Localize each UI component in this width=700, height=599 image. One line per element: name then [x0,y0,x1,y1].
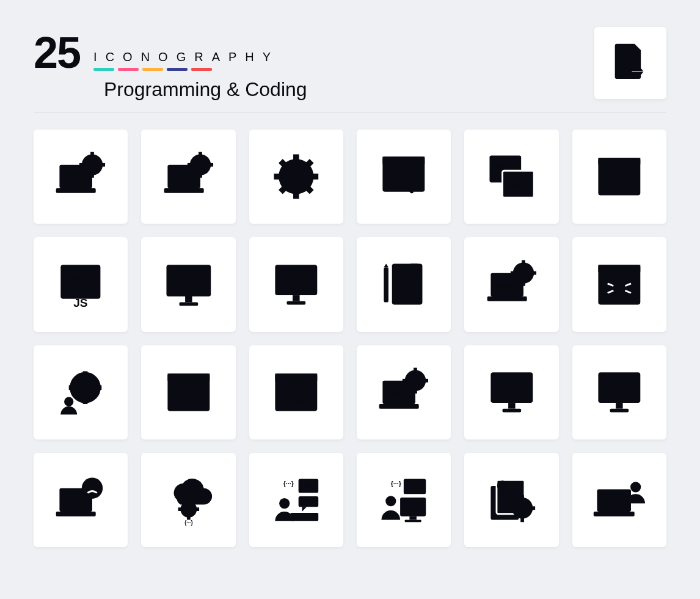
search-browser-icon: { } [357,130,451,224]
svg-text:CODE: CODE [287,284,305,292]
js-browser-icon: </>JS [34,237,128,331]
svg-text:</>: </> [498,483,506,490]
svg-rect-32 [383,157,425,164]
svg-text:HTML: HTML [495,282,513,289]
svg-text:{···}: {···} [193,276,205,284]
icon-grid: C C++ {···} { } </></> </>JS </>{···} </… [34,130,666,547]
developer-gear-icon [34,345,128,439]
svg-rect-96 [97,385,102,390]
developer-laptop-icon: </> [572,453,666,547]
svg-point-92 [82,384,89,391]
header-top: 25 ICONOGRAPHY [34,31,666,75]
svg-text:</>: </> [305,483,312,490]
svg-point-85 [615,273,623,281]
svg-rect-55 [179,302,198,306]
html-laptop-gear-icon: HTML [464,237,558,331]
svg-text:API: API [172,399,184,407]
svg-rect-54 [185,296,192,303]
svg-point-158 [303,501,305,503]
ruby-file-icon: {···} [608,40,652,85]
svg-rect-152 [195,508,199,512]
svg-point-159 [307,501,310,503]
svg-rect-138 [610,409,629,413]
svg-text:C: C [66,171,75,184]
svg-rect-65 [299,275,313,277]
bug-browser-icon [572,237,666,331]
svg-text:CSS: CSS [388,389,404,398]
svg-rect-73 [487,296,527,301]
developer-chat-icon: {···}</> [249,453,343,547]
divider [34,112,666,112]
svg-rect-106 [202,392,206,397]
svg-rect-22 [293,155,299,161]
svg-text:</>: </> [411,484,418,490]
svg-point-76 [519,269,527,277]
svg-point-160 [312,501,314,503]
svg-text:JS: JS [73,296,88,309]
svg-point-148 [186,507,192,513]
svg-rect-121 [414,368,417,373]
svg-text:</>: </> [174,272,183,279]
svg-rect-127 [502,409,521,413]
svg-rect-117 [379,404,419,409]
svg-text:{···}: {···} [283,480,294,487]
svg-text:{···}: {···} [391,480,401,487]
svg-rect-176 [520,496,524,501]
svg-rect-46 [619,170,637,173]
svg-rect-162 [290,513,318,521]
svg-rect-122 [414,389,417,394]
svg-rect-80 [531,271,536,275]
cloud-gear-icon: {···} [141,453,235,547]
svg-text:{···}: {···} [624,57,632,63]
svg-rect-181 [594,512,635,516]
svg-rect-166 [400,498,426,516]
bar-3 [142,68,163,71]
svg-rect-11 [101,163,106,167]
svg-rect-133 [512,397,516,401]
svg-rect-134 [503,388,507,392]
svg-rect-78 [522,281,525,286]
svg-rect-124 [424,379,429,383]
svg-point-169 [386,496,396,507]
svg-rect-178 [509,507,514,510]
svg-rect-82 [598,265,640,271]
svg-point-102 [192,392,197,397]
api-browser-icon: API [141,345,235,439]
svg-rect-151 [178,508,181,512]
svg-text:{···}: {···} [184,520,194,526]
svg-text:{···}: {···} [614,394,624,400]
svg-rect-44 [598,158,640,165]
bar-4 [167,68,188,71]
svg-rect-8 [90,152,94,157]
svg-rect-64 [299,271,313,273]
svg-rect-48 [602,186,636,189]
svg-rect-103 [192,384,197,388]
svg-point-161 [279,498,290,509]
svg-text:{···}: {···} [501,378,511,384]
svg-rect-9 [90,173,94,178]
svg-rect-142 [56,512,96,516]
count-number: 25 [34,31,80,75]
svg-text:404: 404 [289,397,304,407]
code-monitor-icon: </>CODE [249,237,343,331]
svg-point-144 [82,478,103,499]
svg-rect-123 [403,379,407,383]
developer-screen-icon: {···}</> [357,453,451,547]
svg-rect-25 [312,174,318,180]
svg-rect-60 [293,295,299,301]
svg-rect-111 [282,388,287,392]
diamond-monitor-icon: {···} [572,345,666,439]
svg-rect-126 [508,403,515,409]
svg-text:</>: </> [495,163,505,170]
svg-rect-135 [521,388,525,392]
gear-code-monitor-icon: {···} [464,345,558,439]
error-laptop-icon: </> [34,453,128,547]
iconography-label: ICONOGRAPHY [93,50,279,64]
svg-text:</>: </> [67,498,78,505]
svg-point-7 [89,161,97,169]
svg-text:{ }: { } [400,173,406,179]
svg-rect-149 [187,499,191,502]
css-laptop-gear-icon: CSS [357,345,451,439]
svg-rect-77 [522,260,525,265]
svg-rect-61 [287,301,306,304]
